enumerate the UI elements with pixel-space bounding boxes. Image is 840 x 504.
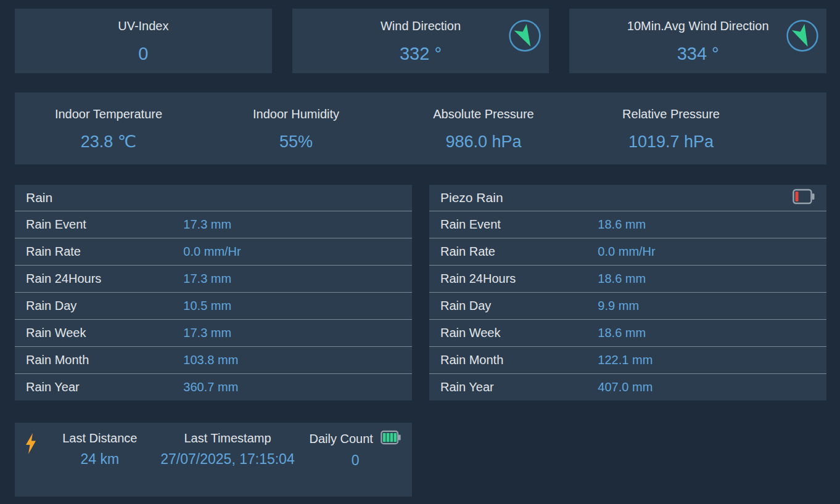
last-timestamp-value: 27/07/2025, 17:15:04 [160,451,294,467]
indoor-pressure-card: Indoor Temperature 23.8 ℃ Indoor Humidit… [15,92,826,165]
daily-count-column: Daily Count 0 [303,430,407,468]
row-label: Rain Day [440,299,598,313]
lightning-bolt-icon [23,433,38,455]
rain-tables-row: Rain Rain Event 17.3 mm Rain Rate 0.0 mm… [15,185,826,400]
rain-card-header: Rain [15,185,412,211]
row-value: 18.6 mm [598,326,646,340]
avg-wind-direction-value: 334 ° [677,43,719,64]
row-value: 17.3 mm [183,272,231,286]
last-timestamp-label: Last Timestamp [184,430,271,446]
row-label: Rain Year [440,380,598,394]
row-value: 17.3 mm [183,326,231,340]
row-value: 17.3 mm [183,217,231,232]
lightning-card-body: Last Distance 24 km Last Timestamp 27/07… [15,423,412,468]
table-row: Rain Rate 0.0 mm/Hr [429,238,826,265]
table-row: Rain Day 9.9 mm [429,292,826,319]
absolute-pressure-title: Absolute Pressure [433,107,533,121]
piezo-rain-card-header: Piezo Rain [429,185,826,211]
row-label: Rain Month [440,353,598,367]
row-value: 18.6 mm [598,272,646,286]
rain-card: Rain Rain Event 17.3 mm Rain Rate 0.0 mm… [15,185,412,400]
table-row: Rain Rate 0.0 mm/Hr [15,238,412,265]
row-value: 0.0 mm/Hr [598,245,655,259]
indoor-temperature-value: 23.8 ℃ [81,132,136,151]
row-label: Rain 24Hours [440,272,598,286]
table-row: Rain 24Hours 18.6 mm [429,265,826,292]
absolute-pressure-value: 986.0 hPa [445,132,521,151]
table-row: Rain Event 18.6 mm [429,211,826,238]
avg-wind-direction-card: 10Min.Avg Wind Direction 334 ° [569,9,826,73]
table-row: Rain 24Hours 17.3 mm [15,265,412,292]
row-label: Rain 24Hours [26,272,183,286]
table-row: Rain Month 122.1 mm [429,346,826,373]
uv-index-card: UV-Index 0 [15,9,272,73]
row-value: 407.0 mm [598,380,653,394]
row-label: Rain Rate [440,245,598,259]
indoor-humidity-stat: Indoor Humidity 55% [202,107,390,151]
row-label: Rain Week [440,326,598,340]
wind-direction-value: 332 ° [400,43,442,64]
row-value: 18.6 mm [598,217,646,232]
weather-dashboard: UV-Index 0 Wind Direction 332 ° 10Min.Av… [0,0,840,504]
row-value: 9.9 mm [598,299,639,313]
row-label: Rain Day [26,299,183,313]
battery-full-icon [381,430,401,447]
row-label: Rain Month [26,353,183,367]
row-value: 0.0 mm/Hr [183,245,241,259]
lightning-card: Last Distance 24 km Last Timestamp 27/07… [15,423,412,497]
row-label: Rain Year [26,380,183,394]
indoor-humidity-title: Indoor Humidity [253,107,339,121]
uv-index-value: 0 [138,43,148,64]
row-label: Rain Event [26,217,183,232]
table-row: Rain Week 18.6 mm [429,319,826,346]
top-stats-row: UV-Index 0 Wind Direction 332 ° 10Min.Av… [15,9,826,73]
daily-count-label: Daily Count [309,431,373,447]
wind-direction-card: Wind Direction 332 ° [292,9,550,73]
uv-index-title: UV-Index [118,18,168,33]
table-row: Rain Year 407.0 mm [429,373,826,400]
compass-needle-icon [786,19,819,52]
last-distance-column: Last Distance 24 km [48,430,152,468]
row-label: Rain Event [440,217,598,232]
indoor-temperature-title: Indoor Temperature [55,107,162,121]
avg-wind-direction-title: 10Min.Avg Wind Direction [627,18,769,33]
indoor-humidity-value: 55% [279,132,313,151]
rain-card-title: Rain [26,190,52,205]
daily-count-value: 0 [352,452,360,468]
compass-needle-icon [508,19,541,52]
row-value: 360.7 mm [183,380,238,394]
row-value: 122.1 mm [598,353,653,367]
table-row: Rain Day 10.5 mm [15,292,412,319]
table-row: Rain Event 17.3 mm [15,211,412,238]
daily-count-label-row: Daily Count [309,430,401,447]
piezo-rain-card: Piezo Rain Rain Event 18.6 mm Rain Rate … [429,185,826,400]
table-row: Rain Month 103.8 mm [15,346,412,373]
relative-pressure-stat: Relative Pressure 1019.7 hPa [577,107,765,151]
absolute-pressure-stat: Absolute Pressure 986.0 hPa [390,107,577,151]
last-timestamp-column: Last Timestamp 27/07/2025, 17:15:04 [152,430,304,468]
indoor-temperature-stat: Indoor Temperature 23.8 ℃ [15,107,202,151]
table-row: Rain Year 360.7 mm [15,373,412,400]
relative-pressure-title: Relative Pressure [622,107,720,121]
wind-direction-title: Wind Direction [381,18,461,33]
row-label: Rain Rate [26,245,183,259]
row-value: 10.5 mm [183,299,231,313]
last-distance-value: 24 km [81,451,120,467]
relative-pressure-value: 1019.7 hPa [628,132,714,151]
row-value: 103.8 mm [183,353,238,367]
table-row: Rain Week 17.3 mm [15,319,412,346]
row-label: Rain Week [26,326,183,340]
piezo-rain-card-title: Piezo Rain [440,190,503,205]
last-distance-label: Last Distance [62,430,137,446]
battery-low-icon [793,189,815,208]
